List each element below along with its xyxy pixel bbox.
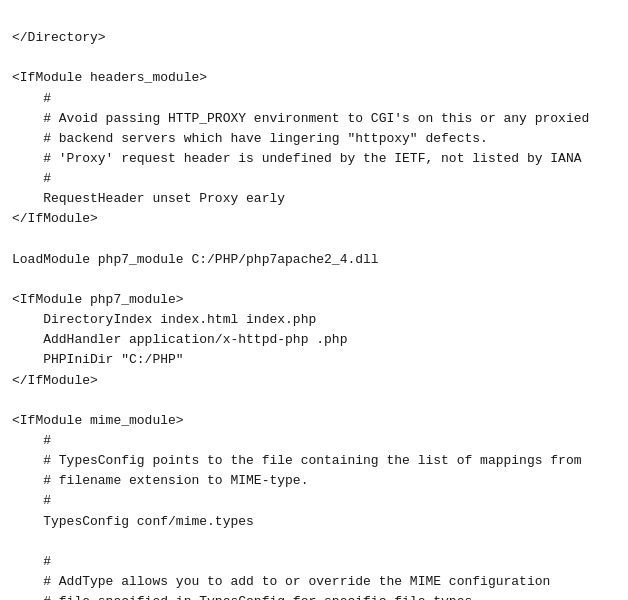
code-viewer: </Directory> <IfModule headers_module> #… [12, 8, 616, 600]
code-line: # AddType allows you to add to or overri… [12, 572, 616, 592]
code-line: AddHandler application/x-httpd-php .php [12, 330, 616, 350]
code-line: # [12, 431, 616, 451]
code-line: DirectoryIndex index.html index.php [12, 310, 616, 330]
code-line: RequestHeader unset Proxy early [12, 189, 616, 209]
code-line: LoadModule php7_module C:/PHP/php7apache… [12, 250, 616, 270]
code-line: </Directory> [12, 28, 616, 48]
code-line: # [12, 552, 616, 572]
code-line: # Avoid passing HTTP_PROXY environment t… [12, 109, 616, 129]
code-line [12, 230, 616, 250]
code-line: TypesConfig conf/mime.types [12, 512, 616, 532]
code-line: # file specified in TypesConfig for spec… [12, 592, 616, 600]
code-line: # backend servers which have lingering "… [12, 129, 616, 149]
code-line: # [12, 169, 616, 189]
code-line: # [12, 491, 616, 511]
code-line [12, 270, 616, 290]
code-line: <IfModule headers_module> [12, 68, 616, 88]
code-line: <IfModule php7_module> [12, 290, 616, 310]
code-line [12, 532, 616, 552]
code-line: </IfModule> [12, 371, 616, 391]
code-line: # filename extension to MIME-type. [12, 471, 616, 491]
code-line: PHPIniDir "C:/PHP" [12, 350, 616, 370]
code-line: </IfModule> [12, 209, 616, 229]
code-line: <IfModule mime_module> [12, 411, 616, 431]
code-line [12, 391, 616, 411]
code-line: # [12, 89, 616, 109]
code-line [12, 48, 616, 68]
code-line: # TypesConfig points to the file contain… [12, 451, 616, 471]
code-line: # 'Proxy' request header is undefined by… [12, 149, 616, 169]
